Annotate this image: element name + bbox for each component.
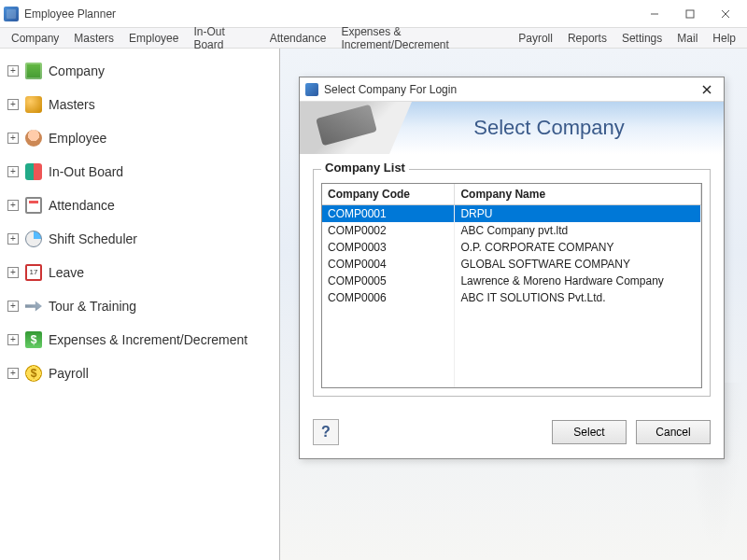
sidebar-item-employee[interactable]: + Employee	[4, 121, 275, 155]
sidebar-item-expenses[interactable]: + Expenses & Increment/Decrement	[4, 323, 275, 357]
sidebar-item-company[interactable]: + Company	[4, 54, 275, 88]
expander-icon[interactable]: +	[7, 233, 19, 245]
cell-company-name: ABC IT SOLUTIONS Pvt.Ltd.	[455, 289, 701, 306]
cell-company-code: COMP0004	[322, 256, 455, 273]
payroll-icon	[24, 364, 43, 383]
menu-mail[interactable]: Mail	[669, 30, 705, 47]
sidebar-item-masters[interactable]: + Masters	[4, 88, 275, 121]
table-row-empty	[322, 306, 701, 323]
table-row-empty	[322, 340, 701, 357]
sidebar-item-attendance[interactable]: + Attendance	[4, 189, 275, 222]
cell-company-code: COMP0006	[322, 289, 455, 306]
expander-icon[interactable]: +	[7, 200, 19, 211]
cell-company-name: ABC Company pvt.ltd	[455, 222, 701, 239]
sidebar-item-label: Leave	[49, 265, 84, 280]
table-row[interactable]: COMP0004GLOBAL SOFTWARE COMPANY	[322, 256, 701, 273]
col-company-name[interactable]: Company Name	[455, 184, 701, 205]
sidebar-item-label: Attendance	[49, 198, 115, 213]
help-button[interactable]: ?	[313, 419, 339, 445]
dialog-title: Select Company For Login	[324, 83, 696, 96]
expenses-icon	[24, 330, 43, 349]
expander-icon[interactable]: +	[7, 334, 19, 345]
sidebar-item-label: Employee	[49, 131, 106, 146]
sidebar: + Company + Masters + Employee + In-Out …	[0, 49, 280, 560]
sidebar-item-payroll[interactable]: + Payroll	[4, 357, 275, 390]
sidebar-item-label: In-Out Board	[49, 164, 123, 179]
expander-icon[interactable]: +	[7, 65, 19, 77]
masters-icon	[24, 95, 43, 114]
sidebar-item-inout[interactable]: + In-Out Board	[4, 155, 275, 189]
group-label: Company List	[321, 161, 409, 175]
table-row-empty	[322, 323, 701, 340]
dialog-app-icon	[305, 83, 318, 96]
sidebar-item-label: Company	[49, 63, 105, 78]
svg-rect-1	[686, 10, 694, 18]
cell-company-name: O.P. CORPORATE COMPANY	[455, 239, 701, 256]
expander-icon[interactable]: +	[7, 166, 19, 177]
select-button[interactable]: Select	[552, 420, 627, 444]
company-icon	[24, 62, 43, 80]
table-row-empty	[322, 357, 701, 373]
expander-icon[interactable]: +	[7, 267, 19, 278]
sidebar-item-label: Tour & Training	[49, 299, 136, 314]
menu-payroll[interactable]: Payroll	[511, 30, 560, 47]
minimize-button[interactable]	[637, 1, 672, 27]
expander-icon[interactable]: +	[7, 301, 19, 312]
menubar: Company Masters Employee In-Out Board At…	[0, 28, 747, 49]
cell-company-code: COMP0001	[322, 205, 455, 223]
content-area: Select Company For Login Select Company …	[280, 49, 747, 560]
menu-company[interactable]: Company	[4, 30, 66, 47]
banner-title: Select Company	[412, 116, 724, 140]
table-row[interactable]: COMP0003O.P. CORPORATE COMPANY	[322, 239, 701, 256]
menu-settings[interactable]: Settings	[614, 30, 669, 47]
close-button[interactable]	[708, 1, 743, 27]
cell-company-code: COMP0002	[322, 222, 455, 239]
table-row[interactable]: COMP0001DRPU	[322, 205, 701, 223]
sidebar-item-label: Masters	[49, 97, 95, 112]
table-row[interactable]: COMP0005Lawrence & Moreno Hardware Compa…	[322, 273, 701, 289]
expander-icon[interactable]: +	[7, 99, 19, 110]
maximize-button[interactable]	[672, 1, 708, 27]
sidebar-item-tour[interactable]: + Tour & Training	[4, 289, 275, 323]
attendance-icon	[24, 196, 43, 215]
cell-company-name: DRPU	[455, 205, 701, 223]
employee-icon	[24, 129, 43, 147]
company-list-group: Company List Company Code Company Name C…	[313, 169, 711, 397]
menu-help[interactable]: Help	[705, 30, 743, 47]
table-row[interactable]: COMP0002ABC Company pvt.ltd	[322, 222, 701, 239]
menu-reports[interactable]: Reports	[560, 30, 614, 47]
app-title: Employee Planner	[24, 7, 637, 21]
expander-icon[interactable]: +	[7, 133, 19, 144]
cell-company-name: GLOBAL SOFTWARE COMPANY	[455, 256, 701, 273]
sidebar-item-leave[interactable]: + Leave	[4, 256, 275, 289]
expander-icon[interactable]: +	[7, 368, 19, 379]
col-company-code[interactable]: Company Code	[322, 184, 455, 205]
cancel-button[interactable]: Cancel	[636, 420, 711, 444]
table-row[interactable]: COMP0006ABC IT SOLUTIONS Pvt.Ltd.	[322, 289, 701, 306]
sidebar-item-shift[interactable]: + Shift Scheduler	[4, 222, 275, 256]
menu-masters[interactable]: Masters	[66, 30, 121, 47]
table-row-empty	[322, 373, 701, 388]
sidebar-item-label: Payroll	[49, 366, 89, 381]
cell-company-code: COMP0005	[322, 273, 455, 289]
leave-icon	[24, 263, 43, 282]
dialog-titlebar: Select Company For Login	[300, 77, 724, 102]
dialog-banner: Select Company	[300, 102, 724, 154]
banner-art-icon	[300, 102, 412, 154]
dialog-close-button[interactable]	[696, 80, 718, 99]
inout-icon	[24, 162, 43, 181]
tour-icon	[24, 297, 43, 315]
shift-icon	[24, 230, 43, 248]
menu-attendance[interactable]: Attendance	[262, 30, 334, 47]
company-table[interactable]: Company Code Company Name COMP0001DRPUCO…	[321, 183, 702, 388]
cell-company-code: COMP0003	[322, 239, 455, 256]
sidebar-item-label: Expenses & Increment/Decrement	[49, 332, 247, 347]
cell-company-name: Lawrence & Moreno Hardware Company	[455, 273, 701, 289]
sidebar-item-label: Shift Scheduler	[49, 231, 137, 246]
select-company-dialog: Select Company For Login Select Company …	[299, 77, 725, 459]
app-icon	[4, 7, 19, 21]
menu-employee[interactable]: Employee	[121, 30, 186, 47]
